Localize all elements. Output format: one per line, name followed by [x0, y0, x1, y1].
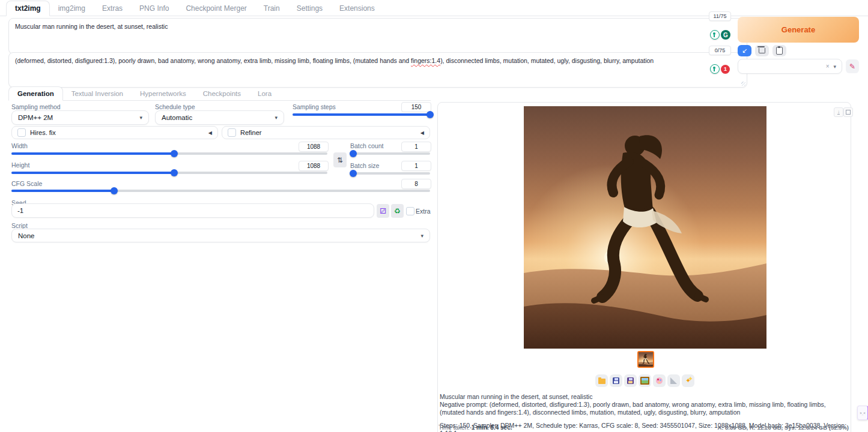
download-image-button[interactable]: ↓	[834, 107, 843, 117]
tab-settings[interactable]: Settings	[288, 1, 331, 16]
save-zip-button[interactable]	[624, 374, 637, 387]
styles-dropdown[interactable]: × ▾	[738, 59, 842, 74]
cfg-scale-value[interactable]: 8	[401, 179, 431, 189]
apply-styles-button[interactable]	[772, 45, 786, 56]
prompt-text: Muscular man running in the desert, at s…	[15, 23, 168, 30]
batch-count-value[interactable]: 1	[401, 142, 431, 152]
sampling-steps-slider[interactable]	[293, 113, 430, 116]
seed-input[interactable]	[11, 203, 374, 218]
chevron-down-icon: ▾	[420, 233, 423, 239]
width-value[interactable]: 1088	[299, 142, 329, 152]
clear-styles-icon[interactable]: ×	[826, 63, 830, 70]
batch-size-value[interactable]: 1	[401, 161, 431, 171]
script-dropdown[interactable]: None▾	[11, 229, 430, 242]
refiner-label: Refiner	[240, 129, 261, 136]
sampling-steps-value[interactable]: 150	[401, 102, 431, 112]
sampling-steps-label: Sampling steps	[293, 103, 336, 110]
reuse-seed-button[interactable]: ♻	[391, 204, 404, 218]
gallery-thumbnail[interactable]	[637, 351, 654, 368]
pencil-icon: ✎	[849, 62, 855, 71]
negative-grammar-overlay: 1	[710, 64, 730, 74]
generated-image[interactable]	[524, 106, 766, 349]
sampling-method-label: Sampling method	[11, 103, 61, 110]
recycle-icon: ♻	[394, 207, 401, 215]
languagetool-icon[interactable]	[710, 64, 720, 74]
save-image-button[interactable]	[610, 374, 622, 387]
slider-thumb[interactable]	[350, 170, 357, 177]
upscale-button[interactable]: ✦	[682, 374, 694, 387]
tab-extras[interactable]: Extras	[94, 1, 131, 16]
cfg-scale-slider[interactable]	[11, 190, 430, 192]
hires-fix-accordion[interactable]: Hires. fix ◀	[11, 126, 218, 139]
send-to-inpaint-button[interactable]	[653, 374, 666, 387]
grammarly-icon[interactable]: G	[721, 30, 730, 40]
slider-thumb[interactable]	[111, 187, 118, 194]
resize-handle-icon[interactable]	[741, 82, 745, 86]
send-to-extras-button[interactable]	[667, 374, 680, 387]
edit-styles-button[interactable]: ✎	[846, 59, 859, 73]
fullscreen-button[interactable]	[843, 107, 853, 117]
picture-icon	[640, 377, 649, 385]
negative-token-counter: 0/75	[709, 46, 731, 55]
output-panel: ↓	[437, 102, 851, 432]
hires-fix-checkbox[interactable]	[17, 128, 26, 137]
extra-seed-checkbox[interactable]	[406, 207, 414, 215]
width-slider[interactable]	[11, 152, 327, 155]
extra-seed-label: Extra	[416, 208, 431, 215]
subtab-hypernetworks[interactable]: Hypernetworks	[132, 87, 195, 100]
generate-button[interactable]: Generate	[738, 17, 859, 43]
random-seed-button[interactable]: ⚂	[377, 204, 389, 218]
refiner-checkbox[interactable]	[228, 128, 236, 137]
height-slider[interactable]	[11, 172, 327, 174]
generation-subtabs: Generation Textual Inversion Hypernetwor…	[8, 85, 431, 101]
tab-extensions[interactable]: Extensions	[331, 1, 383, 16]
gallery-actions-row: ✦	[595, 374, 694, 387]
palette-icon	[656, 377, 663, 384]
paste-params-button[interactable]: ↙	[738, 45, 751, 56]
subtab-generation[interactable]: Generation	[8, 86, 63, 101]
clipboard-icon	[776, 47, 783, 55]
chevron-down-icon: ▾	[275, 115, 278, 121]
open-folder-button[interactable]	[595, 374, 608, 387]
tab-train[interactable]: Train	[255, 1, 288, 16]
slider-thumb[interactable]	[171, 169, 178, 176]
batch-count-slider[interactable]	[350, 152, 430, 155]
accordion-arrow-icon[interactable]: ◀	[420, 130, 424, 136]
batch-count-label: Batch count	[350, 142, 383, 149]
negative-prompt-input[interactable]: (deformed, distorted, disfigured:1.3), p…	[8, 52, 747, 88]
sparkles-icon: ✦	[685, 377, 691, 384]
send-to-img2img-button[interactable]	[639, 374, 651, 387]
batch-size-label: Batch size	[350, 162, 379, 169]
negative-prompt-text: (deformed, distorted, disfigured:1.3), p…	[15, 57, 654, 64]
languagetool-icon[interactable]	[710, 30, 720, 40]
schedule-type-label: Schedule type	[155, 103, 195, 110]
fullscreen-icon	[846, 110, 851, 115]
grammar-alert-badge[interactable]: 1	[721, 65, 730, 74]
tab-img2img[interactable]: img2img	[50, 1, 94, 16]
floating-extension-button[interactable]: >_<	[857, 406, 868, 420]
slider-thumb[interactable]	[171, 150, 178, 157]
sampling-method-dropdown[interactable]: DPM++ 2M▾	[11, 110, 149, 125]
prompt-input[interactable]: Muscular man running in the desert, at s…	[8, 18, 747, 54]
clear-prompt-button[interactable]	[755, 45, 769, 56]
subtab-textual-inversion[interactable]: Textual Inversion	[63, 87, 132, 100]
zip-icon	[627, 377, 634, 384]
paste-arrow-icon: ↙	[742, 47, 747, 55]
height-value[interactable]: 1088	[299, 161, 329, 171]
slider-thumb[interactable]	[426, 111, 434, 118]
cfg-scale-label: CFG Scale	[11, 180, 42, 187]
slider-thumb[interactable]	[350, 150, 357, 157]
dice-icon: ⚂	[380, 207, 386, 215]
save-icon	[613, 377, 619, 384]
swap-dimensions-button[interactable]: ⇅	[333, 152, 347, 167]
accordion-arrow-icon[interactable]: ◀	[208, 130, 212, 136]
subtab-checkpoints[interactable]: Checkpoints	[195, 87, 249, 100]
subtab-lora[interactable]: Lora	[249, 87, 280, 100]
chevron-down-icon[interactable]: ▾	[833, 64, 836, 70]
refiner-accordion[interactable]: Refiner ◀	[222, 126, 430, 139]
schedule-type-dropdown[interactable]: Automatic▾	[155, 110, 284, 125]
tab-txt2img[interactable]: txt2img	[6, 1, 50, 16]
batch-size-slider[interactable]	[350, 172, 430, 175]
tab-checkpoint-merger[interactable]: Checkpoint Merger	[177, 1, 255, 16]
tab-png-info[interactable]: PNG Info	[131, 1, 177, 16]
